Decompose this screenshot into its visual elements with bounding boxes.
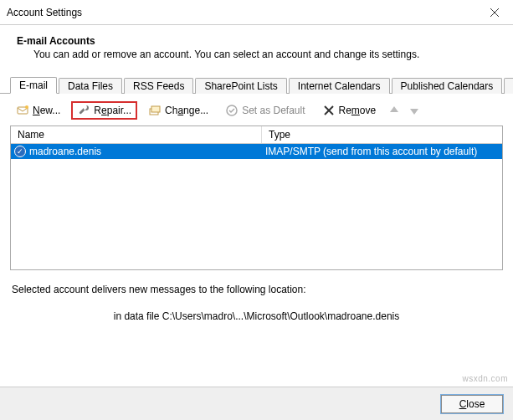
header-title: E-mail Accounts [17, 35, 496, 47]
change-icon [148, 104, 162, 117]
set-default-icon [225, 104, 239, 117]
close-window-button[interactable] [475, 1, 513, 24]
list-header: Name Type [11, 126, 502, 144]
delivery-location-path: in data file C:\Users\madro\...\Microsof… [12, 310, 501, 322]
close-button[interactable]: CloseClose [441, 395, 503, 413]
remove-icon [322, 104, 336, 117]
svg-point-3 [25, 105, 28, 109]
arrow-up-icon [387, 104, 401, 117]
tab-published-calendars[interactable]: Published Calendars [392, 78, 503, 94]
watermark: wsxdn.com [462, 374, 508, 383]
accounts-list: Name Type ✓ madroane.denis IMAP/SMTP (se… [10, 125, 503, 270]
account-name: madroane.denis [29, 146, 101, 157]
tab-email[interactable]: E-mail [10, 77, 57, 94]
tab-internet-calendars[interactable]: Internet Calendars [289, 78, 390, 94]
set-default-label: Set as Default [242, 105, 305, 116]
close-icon [488, 6, 501, 19]
window-title: Account Settings [7, 7, 82, 18]
delivery-location-label: Selected account delivers new messages t… [12, 284, 501, 295]
tab-address-books[interactable]: Address Books [504, 78, 513, 94]
move-down-button[interactable] [407, 103, 422, 118]
default-check-icon: ✓ [14, 146, 26, 157]
tab-datafiles[interactable]: Data Files [59, 78, 122, 94]
move-up-button[interactable] [387, 103, 402, 118]
new-button[interactable]: NNew...ew... [10, 101, 66, 120]
tab-rssfeeds[interactable]: RSS Feeds [124, 78, 193, 94]
set-default-button: Set as Default [219, 101, 310, 120]
repair-button[interactable]: Repair...Repair... [71, 101, 137, 120]
account-row[interactable]: ✓ madroane.denis IMAP/SMTP (send from th… [11, 144, 502, 159]
remove-button[interactable]: RemoveRemove [316, 101, 382, 120]
tabs: E-mail Data Files RSS Feeds SharePoint L… [0, 75, 513, 94]
arrow-down-icon [408, 104, 421, 117]
toolbar: NNew...ew... Repair...Repair... Change..… [10, 100, 503, 120]
tab-sharepoint[interactable]: SharePoint Lists [195, 78, 286, 94]
column-name[interactable]: Name [11, 126, 262, 143]
column-type[interactable]: Type [262, 126, 502, 143]
svg-rect-5 [151, 106, 160, 112]
change-button[interactable]: Change...Change... [142, 101, 214, 120]
list-body: ✓ madroane.denis IMAP/SMTP (send from th… [11, 144, 502, 269]
account-type: IMAP/SMTP (send from this account by def… [262, 145, 502, 158]
new-icon [16, 104, 29, 117]
titlebar: Account Settings [0, 0, 513, 25]
bottom-bar: CloseClose [0, 387, 513, 420]
repair-icon [77, 104, 90, 117]
header-description: You can add or remove an account. You ca… [17, 49, 496, 60]
header: E-mail Accounts You can add or remove an… [0, 25, 513, 75]
